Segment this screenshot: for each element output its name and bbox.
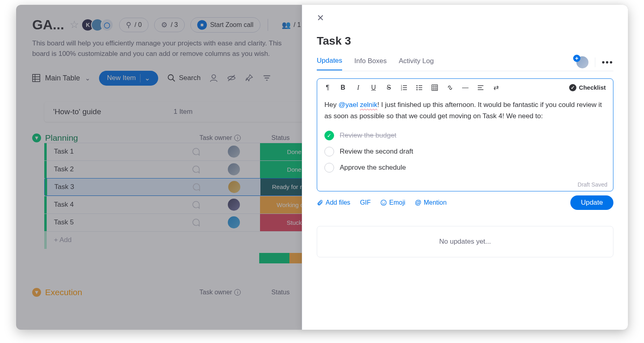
panel-tabs: Updates Info Boxes Activity Log + ••• <box>317 56 613 71</box>
table-icon[interactable] <box>431 84 438 91</box>
smile-icon <box>380 199 387 206</box>
update-button[interactable]: Update <box>570 195 613 210</box>
svg-point-33 <box>384 202 385 203</box>
no-updates-placeholder: No updates yet... <box>317 226 613 257</box>
editor-toolbar: ¶ B I U S 123 — ⇄ ✓ Checklist <box>317 79 613 96</box>
checklist: ✓Review the budgetReview the second draf… <box>324 127 606 176</box>
add-member-button[interactable]: + <box>576 56 588 68</box>
underline-icon[interactable]: U <box>370 84 377 91</box>
paragraph-icon[interactable]: ¶ <box>324 84 331 91</box>
strikethrough-icon[interactable]: S <box>386 84 392 91</box>
checkbox-icon[interactable] <box>324 147 334 156</box>
draft-saved-label: Draft Saved <box>317 181 613 191</box>
tab-updates[interactable]: Updates <box>317 57 342 70</box>
mention-chip[interactable]: @yael zelnik <box>339 101 378 109</box>
emoji-button[interactable]: Emoji <box>380 199 405 206</box>
close-icon[interactable]: ✕ <box>317 13 613 23</box>
svg-rect-23 <box>432 85 438 90</box>
bold-icon[interactable]: B <box>340 84 346 91</box>
svg-point-19 <box>417 89 418 90</box>
checklist-item[interactable]: Approve the schedule <box>324 160 606 176</box>
svg-point-31 <box>381 200 386 205</box>
divider <box>595 58 595 67</box>
checklist-item[interactable]: Review the second draft <box>324 144 606 160</box>
svg-text:3: 3 <box>401 88 402 91</box>
panel-title[interactable]: Task 3 <box>317 35 613 47</box>
mention-button[interactable]: @ Mention <box>415 199 447 206</box>
paperclip-icon <box>317 199 323 206</box>
horizontal-rule-icon[interactable]: — <box>462 84 469 91</box>
italic-icon[interactable]: I <box>355 84 361 91</box>
update-editor: ¶ B I U S 123 — ⇄ ✓ Checklist Hey @yael … <box>317 78 613 191</box>
checkbox-icon[interactable]: ✓ <box>324 131 334 140</box>
editor-text: Hey <box>324 101 339 109</box>
gif-button[interactable]: GIF <box>360 199 371 206</box>
at-icon: @ <box>415 199 421 206</box>
checklist-text[interactable]: Review the second draft <box>340 146 413 157</box>
checklist-item[interactable]: ✓Review the budget <box>324 127 606 144</box>
add-files-button[interactable]: Add files <box>317 199 350 206</box>
align-icon[interactable] <box>477 84 484 91</box>
link-icon[interactable] <box>447 84 453 91</box>
checkbox-icon[interactable] <box>324 163 334 173</box>
ordered-list-icon[interactable]: 123 <box>401 84 407 91</box>
tab-info-boxes[interactable]: Info Boxes <box>354 57 386 70</box>
plus-icon: + <box>573 55 580 62</box>
checklist-text[interactable]: Review the budget <box>340 130 396 141</box>
tab-activity-log[interactable]: Activity Log <box>399 57 434 70</box>
item-detail-panel: ✕ Task 3 Updates Info Boxes Activity Log… <box>302 5 628 330</box>
direction-icon[interactable]: ⇄ <box>493 84 499 91</box>
editor-textarea[interactable]: Hey @yael zelnik! I just finished up thi… <box>317 96 613 181</box>
editor-actions: Add files GIF Emoji @ Mention Update <box>317 195 613 210</box>
svg-point-18 <box>417 87 418 88</box>
more-options-icon[interactable]: ••• <box>602 57 613 68</box>
checklist-text[interactable]: Approve the schedule <box>340 162 406 173</box>
svg-point-17 <box>417 85 418 86</box>
checklist-button[interactable]: ✓ Checklist <box>569 84 606 91</box>
svg-point-32 <box>382 202 383 203</box>
check-icon: ✓ <box>569 84 576 91</box>
unordered-list-icon[interactable] <box>416 84 423 91</box>
